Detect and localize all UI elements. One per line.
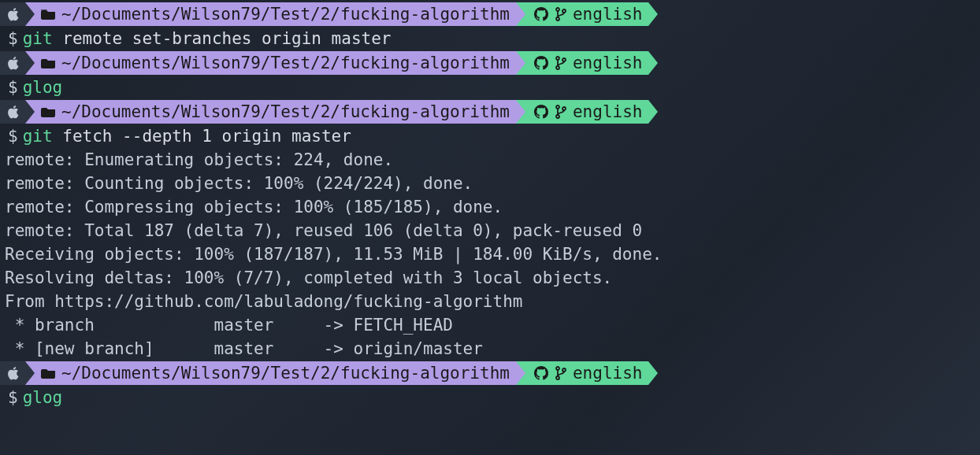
- branch-icon: [555, 7, 566, 21]
- os-segment: [0, 51, 25, 75]
- output-line: * branch master -> FETCH_HEAD: [0, 313, 980, 337]
- cwd-path: ~/Documents/Wilson79/Test/2/fucking-algo…: [61, 2, 510, 26]
- output-line: remote: Total 187 (delta 7), reused 106 …: [0, 219, 980, 242]
- git-segment: english: [516, 100, 649, 124]
- apple-icon: [8, 105, 20, 119]
- prompt-symbol: $: [8, 76, 18, 99]
- branch-icon: [555, 366, 566, 380]
- command-glog: glog: [23, 76, 63, 99]
- svg-point-0: [556, 8, 559, 11]
- output-line: From https://github.com/labuladong/fucki…: [0, 290, 980, 313]
- cwd-path: ~/Documents/Wilson79/Test/2/fucking-algo…: [61, 51, 510, 75]
- folder-icon: [41, 9, 57, 20]
- git-segment: english: [516, 2, 649, 26]
- folder-icon: [41, 106, 57, 117]
- prompt-row: ~/Documents/Wilson79/Test/2/fucking-algo…: [0, 2, 980, 26]
- branch-icon: [555, 56, 566, 70]
- os-segment: [0, 361, 25, 385]
- command-line[interactable]: $ glog: [0, 76, 980, 99]
- github-icon: [533, 7, 549, 21]
- github-icon: [533, 56, 549, 70]
- path-segment: ~/Documents/Wilson79/Test/2/fucking-algo…: [25, 361, 516, 385]
- command-args: remote set-branches origin master: [53, 27, 392, 50]
- svg-point-7: [556, 115, 559, 118]
- prompt-symbol: $: [8, 124, 18, 148]
- terminal[interactable]: ~/Documents/Wilson79/Test/2/fucking-algo…: [0, 0, 980, 409]
- path-segment: ~/Documents/Wilson79/Test/2/fucking-algo…: [25, 100, 516, 124]
- github-icon: [533, 366, 549, 380]
- branch-name: english: [573, 51, 643, 75]
- output-line: * [new branch] master -> origin/master: [0, 337, 980, 361]
- output-line: remote: Enumerating objects: 224, done.: [0, 148, 980, 172]
- svg-point-8: [562, 107, 566, 110]
- command-line[interactable]: $ glog: [0, 386, 980, 409]
- git-segment: english: [516, 51, 649, 75]
- svg-point-6: [556, 105, 559, 109]
- git-segment: english: [516, 361, 649, 385]
- output-line: remote: Compressing objects: 100% (185/1…: [0, 195, 980, 219]
- command-line[interactable]: $ git fetch --depth 1 origin master: [0, 124, 980, 148]
- svg-point-3: [556, 57, 559, 60]
- apple-icon: [8, 56, 20, 70]
- branch-name: english: [573, 100, 643, 124]
- branch-icon: [555, 105, 566, 119]
- command-args: fetch --depth 1 origin master: [53, 124, 351, 148]
- apple-icon: [8, 366, 20, 380]
- folder-icon: [41, 368, 57, 379]
- command-line[interactable]: $ git remote set-branches origin master: [0, 27, 980, 50]
- prompt-row: ~/Documents/Wilson79/Test/2/fucking-algo…: [0, 100, 980, 124]
- svg-point-2: [562, 9, 566, 13]
- command-glog: glog: [23, 386, 63, 409]
- svg-point-11: [562, 368, 566, 372]
- folder-icon: [41, 57, 57, 68]
- prompt-row: ~/Documents/Wilson79/Test/2/fucking-algo…: [0, 361, 980, 385]
- cwd-path: ~/Documents/Wilson79/Test/2/fucking-algo…: [61, 361, 510, 385]
- os-segment: [0, 100, 25, 124]
- svg-point-4: [556, 66, 559, 69]
- apple-icon: [8, 7, 20, 21]
- prompt-row: ~/Documents/Wilson79/Test/2/fucking-algo…: [0, 51, 980, 75]
- command-git: git: [23, 124, 53, 148]
- output-line: remote: Counting objects: 100% (224/224)…: [0, 172, 980, 195]
- branch-name: english: [573, 361, 643, 385]
- svg-point-1: [556, 17, 559, 20]
- output-line: Resolving deltas: 100% (7/7), completed …: [0, 266, 980, 290]
- cwd-path: ~/Documents/Wilson79/Test/2/fucking-algo…: [61, 100, 510, 124]
- prompt-symbol: $: [8, 386, 18, 409]
- output-line: Receiving objects: 100% (187/187), 11.53…: [0, 242, 980, 266]
- svg-point-9: [556, 367, 559, 370]
- os-segment: [0, 2, 25, 26]
- path-segment: ~/Documents/Wilson79/Test/2/fucking-algo…: [25, 2, 516, 26]
- branch-name: english: [573, 2, 643, 26]
- command-git: git: [23, 27, 53, 50]
- svg-point-10: [556, 376, 559, 379]
- prompt-symbol: $: [8, 27, 18, 50]
- github-icon: [533, 105, 549, 119]
- path-segment: ~/Documents/Wilson79/Test/2/fucking-algo…: [25, 51, 516, 75]
- svg-point-5: [562, 58, 566, 61]
